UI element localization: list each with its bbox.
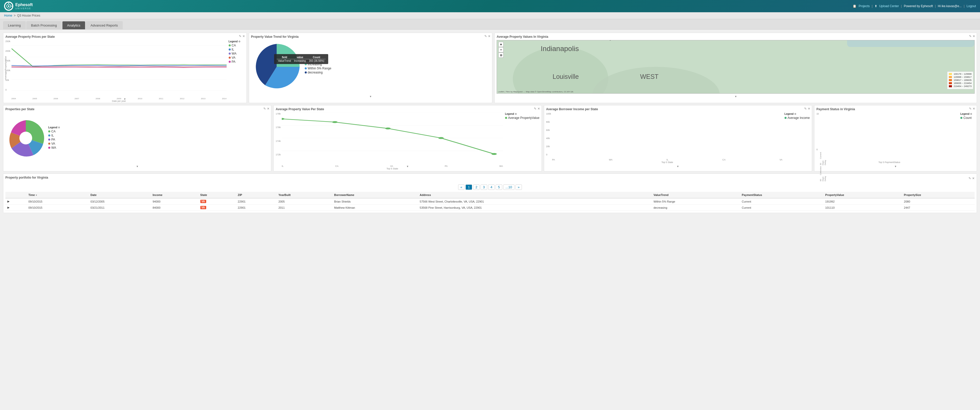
- pie-trend-svg: [251, 41, 302, 92]
- svg-point-31: [385, 127, 391, 130]
- svg-text:WEST: WEST: [640, 73, 659, 80]
- logout-link[interactable]: Logout: [966, 4, 976, 8]
- upload-icon: ⬆: [875, 4, 877, 8]
- bar-chart-income-container: 100k 80k 60k 40k 20k 0: [546, 113, 810, 164]
- map-container[interactable]: Indianapolis Dayton Louisville Evansvill…: [496, 40, 975, 94]
- page-1[interactable]: 1: [466, 184, 472, 190]
- page-5[interactable]: 5: [496, 184, 502, 190]
- tab-batch-processing[interactable]: Batch Processing: [26, 21, 62, 29]
- col-state[interactable]: State: [198, 192, 236, 198]
- legend-payment-status: Legend ⚙ Count: [959, 113, 975, 164]
- tab-analytics[interactable]: Analytics: [62, 21, 85, 29]
- y-axis-payment: 1k 0: [816, 113, 819, 164]
- table-row: ▶ 09/10/2015 03/12/2005 94000 VA 22901 2…: [5, 198, 975, 205]
- widget-avg-price-close[interactable]: ✕: [242, 35, 245, 38]
- upload-center-link[interactable]: Upload Center: [879, 4, 899, 8]
- widget-map-edit[interactable]: ✎: [969, 35, 972, 38]
- row-zip-1: 22901: [236, 198, 277, 205]
- map-zoom-in[interactable]: +: [498, 42, 504, 47]
- y-axis-label: Average PropertyValue: [4, 56, 7, 79]
- line-chart-area: 200420052006 200720082009 201020112012 2…: [11, 40, 227, 96]
- col-borrowername[interactable]: BorrowerName: [332, 192, 417, 198]
- row-propertyvalue-2: 101110: [823, 205, 902, 211]
- portfolio-close[interactable]: ✕: [972, 176, 975, 180]
- widget-map-close[interactable]: ✕: [973, 35, 975, 38]
- collapse-properties-state-btn[interactable]: ▾: [137, 165, 138, 168]
- collapse-borrower-income-btn[interactable]: ▾: [677, 165, 679, 168]
- svg-rect-11: [847, 40, 974, 47]
- portfolio-title: Property portfolio for Virginia: [5, 176, 48, 180]
- widget-payment-status: Payment Status in Virginia ✎ ✕ 1k 0: [814, 105, 977, 172]
- widget-properties-state-edit[interactable]: ✎: [263, 107, 266, 110]
- breadcrumb-current: Q3 House Prices: [17, 14, 40, 17]
- x-axis-income-labels: PA WA IL CA VA: [552, 159, 783, 161]
- pie-trend-container: fieldvalueCount ValueTrendIncreasing393 …: [251, 40, 490, 94]
- breadcrumb-home[interactable]: Home: [4, 14, 12, 17]
- collapse-property-trend-btn[interactable]: ▾: [370, 95, 371, 98]
- map-zoom-controls: + − ⊞: [498, 42, 504, 58]
- svg-point-29: [282, 118, 284, 120]
- col-propertysize[interactable]: PropertySize: [902, 192, 975, 198]
- tab-advanced-reports[interactable]: Advanced Reports: [86, 21, 123, 29]
- page-next[interactable]: »: [515, 184, 522, 190]
- widget-avg-value-edit[interactable]: ✎: [534, 107, 536, 110]
- col-income[interactable]: Income: [151, 192, 198, 198]
- col-propertyvalue[interactable]: PropertyValue: [823, 192, 902, 198]
- col-valuetrend[interactable]: ValueTrend: [652, 192, 740, 198]
- row-state-1: VA: [198, 198, 236, 205]
- col-time[interactable]: Time ▾: [26, 192, 88, 198]
- line-chart-value-area: IL CA VA PA WA Top 5 State: [282, 113, 503, 164]
- widget-payment-status-close[interactable]: ✕: [973, 107, 975, 110]
- svg-point-24: [19, 132, 32, 145]
- tab-learning[interactable]: Learning: [3, 21, 26, 29]
- row-paymentstatus-2: Current: [740, 205, 823, 211]
- svg-point-32: [438, 137, 444, 139]
- y-tick-payment-1k: 1k: [816, 113, 819, 115]
- header-right: 📋 Projects | ⬆ Upload Center | Powered b…: [853, 4, 976, 8]
- powered-by-text: Powered by Ephesoft: [904, 4, 933, 8]
- row-expand-2[interactable]: ▶: [5, 205, 26, 211]
- row-yearbuilt-1: 2005: [277, 198, 332, 205]
- page-3[interactable]: 3: [480, 184, 487, 190]
- widget-properties-state-close[interactable]: ✕: [267, 107, 269, 110]
- row-valuetrend-2: decreasing: [652, 205, 740, 211]
- logo-icon: [4, 2, 13, 11]
- page-prev[interactable]: «: [458, 184, 465, 190]
- widget-borrower-income: Average Borrower Income per State ✎ ✕ 10…: [544, 105, 812, 172]
- y-axis-income: 100k 80k 60k 40k 20k 0: [546, 113, 552, 164]
- col-zip[interactable]: ZIP: [236, 192, 277, 198]
- widget-borrower-income-edit[interactable]: ✎: [804, 107, 807, 110]
- portfolio-table-container[interactable]: Time ▾ Date Income State ZIP YearBuilt B…: [5, 192, 975, 211]
- widget-avg-price-edit[interactable]: ✎: [239, 35, 242, 38]
- widget-avg-price-title: Average Property Prices per State: [5, 35, 245, 38]
- map-layer-btn[interactable]: ⊞: [498, 52, 504, 58]
- page-10[interactable]: ...10: [503, 184, 514, 190]
- col-address[interactable]: Address: [418, 192, 652, 198]
- widget-borrower-income-close[interactable]: ✕: [808, 107, 810, 110]
- pie-properties-container: Legend ⚙ CA IL PA VA WA: [5, 113, 269, 164]
- row-date-1: 03/12/2005: [89, 198, 151, 205]
- row-borrower-1: Brian Shields: [332, 198, 417, 205]
- row-time-1: 09/10/2015: [26, 198, 88, 205]
- page-4[interactable]: 4: [488, 184, 495, 190]
- widget-property-trend-close[interactable]: ✕: [488, 35, 490, 38]
- svg-text:Dayton: Dayton: [600, 40, 623, 41]
- widget-avg-value-close[interactable]: ✕: [538, 107, 540, 110]
- widget-property-trend-edit[interactable]: ✎: [484, 35, 487, 38]
- map-zoom-out[interactable]: −: [498, 47, 504, 52]
- collapse-map-btn[interactable]: ▾: [735, 95, 737, 98]
- projects-link[interactable]: Projects: [859, 4, 870, 8]
- legend-avg-price: Legend ⚙ CA IL WA VA PA: [227, 40, 245, 96]
- portfolio-edit[interactable]: ✎: [969, 176, 971, 180]
- page-2[interactable]: 2: [473, 184, 479, 190]
- logo-text-block: Ephesoft UNIVERSE: [15, 3, 33, 10]
- col-yearbuilt[interactable]: YearBuilt: [277, 192, 332, 198]
- col-paymentstatus[interactable]: PaymentStatus: [740, 192, 823, 198]
- col-date[interactable]: Date: [89, 192, 151, 198]
- bar-chart-income-area: PA WA IL CA VA Top 5 State: [552, 113, 783, 164]
- row-expand-1[interactable]: ▶: [5, 198, 26, 205]
- widget-payment-status-edit[interactable]: ✎: [969, 107, 972, 110]
- row-paymentstatus-1: Current: [740, 198, 823, 205]
- map-attribution: Leaflet | Tiles by MapQuest — Map data ©…: [498, 91, 573, 93]
- widget-property-trend-title: Property Value Trend for Virginia: [251, 35, 490, 38]
